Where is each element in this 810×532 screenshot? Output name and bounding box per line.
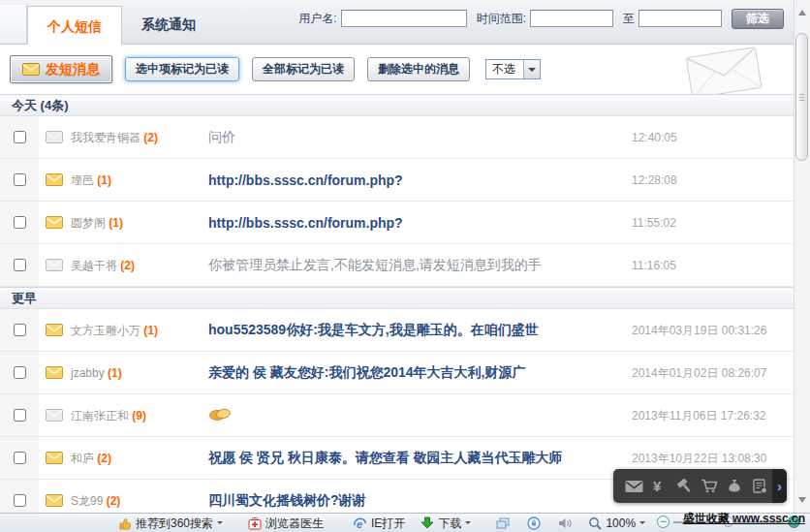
sender-name[interactable]: 江南张正和 bbox=[71, 408, 129, 422]
checkbox-cell bbox=[0, 352, 39, 393]
message-preview[interactable]: 祝愿 侯 贤兄 秋日康泰。请您查看 敬园主人藏当代玉雕大师 bbox=[208, 450, 621, 467]
sender-name[interactable]: 文方玉雕小万 bbox=[71, 323, 140, 336]
message-preview[interactable]: 四川蜀文化摇钱树价?谢谢 bbox=[208, 492, 621, 510]
action-toolbar: 发短消息 选中项标记为已读 全部标记为已读 删除选中的消息 不选 bbox=[0, 45, 794, 94]
scrollbar-thumb[interactable] bbox=[795, 33, 808, 161]
row-checkbox[interactable] bbox=[14, 131, 26, 143]
envelope-icon bbox=[46, 366, 63, 379]
row-checkbox[interactable] bbox=[14, 494, 26, 507]
vertical-scrollbar[interactable] bbox=[794, 0, 810, 513]
browser-doctor-item[interactable]: 浏览器医生 bbox=[248, 516, 324, 530]
selection-dropdown[interactable]: 不选 bbox=[485, 59, 541, 79]
checkbox-cell bbox=[0, 309, 39, 351]
message-time: 11:16:05 bbox=[632, 259, 676, 272]
envelope-graphic bbox=[681, 47, 766, 101]
scroll-up-arrow-icon[interactable] bbox=[798, 6, 806, 16]
sender-cell[interactable]: 堙邑 (1) bbox=[71, 172, 111, 188]
sender-cell[interactable]: 和庐 (2) bbox=[71, 450, 111, 466]
message-row: 江南张正和 (9) 2013年11月06日 17:26:32 bbox=[0, 394, 794, 437]
unread-count: (1) bbox=[143, 323, 158, 336]
site-watermark-link[interactable]: 盛世收藏 www.sssc.cn bbox=[683, 511, 805, 527]
message-preview[interactable]: 你被管理员禁止发言,不能发短消息,请发短消息到我的手 bbox=[208, 257, 621, 274]
sender-name[interactable]: S龙99 bbox=[71, 493, 103, 507]
sender-name[interactable]: 吴越干将 bbox=[71, 258, 117, 271]
envelope-icon bbox=[46, 494, 63, 507]
message-row: jzabby (1) 亲爱的 侯 藏友您好:我们祝您2014年大吉大利,财源广 … bbox=[0, 352, 794, 394]
row-checkbox[interactable] bbox=[14, 324, 26, 336]
sender-cell[interactable]: 文方玉雕小万 (1) bbox=[71, 322, 158, 338]
row-checkbox[interactable] bbox=[14, 173, 26, 186]
pm-inbox-page: 个人短信 系统通知 用户名: 时间范围: 至 筛选 发短消息 选中项标记为已读 … bbox=[0, 0, 810, 532]
row-checkbox[interactable] bbox=[14, 366, 26, 379]
message-time: 2014年03月19日 00:31:26 bbox=[632, 322, 766, 338]
message-icon[interactable] bbox=[622, 480, 647, 493]
row-checkbox[interactable] bbox=[14, 259, 26, 271]
section-title: 更早 bbox=[12, 291, 37, 305]
message-preview[interactable]: 亲爱的 侯 藏友您好:我们祝您2014年大吉大利,财源广 bbox=[208, 364, 621, 382]
zoom-level-item[interactable]: 100% bbox=[588, 516, 645, 530]
message-row: 吴越干将 (2) 你被管理员禁止发言,不能发短消息,请发短消息到我的手 11:1… bbox=[0, 244, 794, 287]
message-time: 2013年10月22日 13:08:30 bbox=[632, 450, 766, 466]
sender-cell[interactable]: 吴越干将 (2) bbox=[71, 257, 135, 273]
auction-hammer-icon[interactable] bbox=[672, 479, 698, 494]
news-icon[interactable] bbox=[747, 479, 772, 494]
tab-system-notices[interactable]: 系统通知 bbox=[122, 5, 215, 44]
sender-name[interactable]: 堙邑 bbox=[71, 172, 94, 186]
yuan-icon[interactable]: ¥ bbox=[647, 479, 672, 494]
thumbs-up-icon bbox=[118, 516, 132, 530]
time-to-input[interactable] bbox=[639, 10, 722, 27]
handshake-icon[interactable] bbox=[208, 407, 621, 424]
filter-button[interactable]: 筛选 bbox=[732, 9, 784, 29]
chevron-down-icon bbox=[217, 521, 223, 527]
row-checkbox[interactable] bbox=[14, 216, 26, 229]
sender-name[interactable]: 我我爱青铜器 bbox=[71, 130, 140, 143]
sender-name[interactable]: jzabby bbox=[71, 366, 105, 380]
message-time: 12:28:08 bbox=[632, 173, 677, 187]
message-preview[interactable]: hou5523589你好:我是车文方,我是雕玉的。在咱们盛世 bbox=[208, 322, 621, 339]
expand-toolbar-chevron-icon[interactable]: › bbox=[772, 469, 787, 503]
message-preview[interactable]: 问价 bbox=[208, 129, 621, 146]
tab-personal-messages[interactable]: 个人短信 bbox=[27, 6, 122, 45]
sender-cell[interactable]: jzabby (1) bbox=[71, 366, 122, 380]
message-preview[interactable]: http://bbs.sssc.cn/forum.php? bbox=[208, 215, 621, 231]
message-preview[interactable]: http://bbs.sssc.cn/forum.php? bbox=[208, 172, 621, 188]
medical-kit-icon bbox=[248, 516, 262, 530]
sender-cell[interactable]: 圆梦阁 (1) bbox=[71, 214, 123, 231]
cart-icon[interactable] bbox=[698, 479, 723, 493]
unread-count: (2) bbox=[97, 451, 111, 464]
row-checkbox[interactable] bbox=[14, 409, 26, 422]
send-message-button[interactable]: 发短消息 bbox=[10, 55, 112, 83]
mark-selected-read-button[interactable]: 选中项标记为已读 bbox=[125, 57, 239, 81]
magnifier-icon bbox=[588, 516, 602, 530]
checkbox-cell bbox=[0, 159, 39, 201]
message-time: 12:40:05 bbox=[632, 131, 677, 144]
delete-selected-button[interactable]: 删除选中的消息 bbox=[367, 57, 470, 81]
row-checkbox[interactable] bbox=[14, 452, 26, 464]
sender-cell[interactable]: 江南张正和 (9) bbox=[71, 407, 146, 423]
mark-all-read-button[interactable]: 全部标记为已读 bbox=[252, 57, 355, 81]
windows-layout-button[interactable] bbox=[496, 517, 510, 529]
zoom-out-icon[interactable]: − bbox=[657, 516, 670, 528]
money-pouch-icon[interactable] bbox=[722, 479, 747, 493]
message-time: 2014年01月02日 08:26:07 bbox=[632, 364, 766, 381]
envelope-icon bbox=[46, 216, 63, 229]
download-item[interactable]: 下载 bbox=[421, 516, 471, 530]
ie-open-item[interactable]: e IE打开 bbox=[353, 516, 405, 530]
sender-cell[interactable]: 我我爱青铜器 (2) bbox=[71, 129, 158, 145]
security-button[interactable] bbox=[527, 516, 541, 530]
username-input[interactable] bbox=[341, 10, 467, 27]
sender-cell[interactable]: S龙99 (2) bbox=[71, 492, 120, 509]
section-header: 更早 bbox=[0, 287, 794, 309]
chevron-down-icon[interactable] bbox=[523, 60, 540, 78]
unread-count: (1) bbox=[108, 366, 122, 380]
selection-dropdown-value: 不选 bbox=[486, 61, 523, 78]
ie-icon: e bbox=[353, 516, 367, 530]
mute-button[interactable] bbox=[558, 517, 573, 529]
sender-name[interactable]: 和庐 bbox=[71, 451, 94, 464]
header: 个人短信 系统通知 用户名: 时间范围: 至 筛选 bbox=[0, 0, 794, 45]
time-from-input[interactable] bbox=[530, 10, 613, 27]
recommend-360-item[interactable]: 推荐到360搜索 bbox=[118, 516, 223, 530]
sender-name[interactable]: 圆梦阁 bbox=[71, 215, 106, 229]
checkbox-cell bbox=[0, 394, 39, 436]
scroll-down-arrow-icon[interactable] bbox=[798, 497, 806, 507]
